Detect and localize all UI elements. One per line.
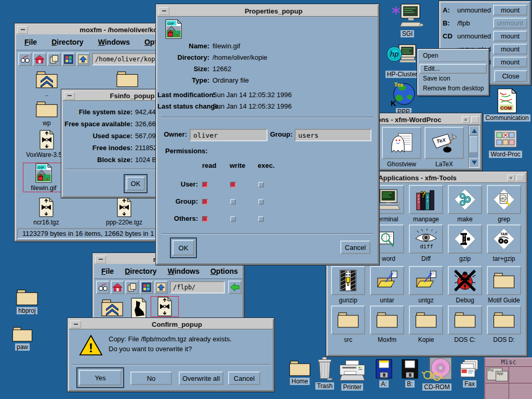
mount-toggle-button[interactable]: mount <box>493 44 527 55</box>
cancel-button[interactable]: Cancel <box>340 241 370 254</box>
desktop-icon-sgi[interactable]: SGI <box>385 3 429 37</box>
file-item[interactable]: GIFfilewin.gif <box>23 163 64 192</box>
app-button-kopie[interactable] <box>409 305 443 335</box>
copy-button[interactable] <box>47 52 61 66</box>
window-menu-button[interactable] <box>507 175 515 181</box>
close-button[interactable]: Close <box>494 70 527 82</box>
copy-button[interactable] <box>125 281 139 294</box>
file-item[interactable]: ncr16.tgz <box>25 197 67 226</box>
app-button-untar[interactable] <box>370 266 404 295</box>
scroll-down-arrow[interactable] <box>469 158 478 167</box>
app-button-untgz[interactable] <box>409 266 443 295</box>
desktop-icon-printer[interactable]: Printer <box>335 360 369 391</box>
desktop-icon-communication[interactable]: COM Communication <box>483 88 531 122</box>
overwrite-all-button[interactable]: Overwrite all <box>179 371 223 385</box>
no-button[interactable]: No <box>130 371 172 385</box>
app-button-dos-c-[interactable] <box>448 305 482 335</box>
desktop-icon-trash[interactable]: Trash <box>311 356 339 390</box>
minimize-button[interactable] <box>70 321 81 328</box>
desktop-icon-paw[interactable]: paw <box>4 326 41 351</box>
app-button-ghostview[interactable] <box>382 127 421 159</box>
ok-button[interactable]: OK <box>126 177 145 191</box>
perm-checkbox[interactable] <box>258 216 264 222</box>
desktop-icon-ppp[interactable]: KTee PPP <box>385 80 422 115</box>
mount-toggle-button[interactable]: mount <box>493 31 527 42</box>
misc-pager-panel[interactable]: Misc Pro App <box>484 357 532 399</box>
perm-checkbox[interactable] <box>202 199 208 205</box>
app-button-latex[interactable]: TeX <box>424 127 464 159</box>
menu-item-edit-[interactable]: Edit... <box>419 64 487 74</box>
up-directory-button[interactable] <box>154 281 168 294</box>
file-item[interactable] <box>112 71 143 88</box>
app-button-moxfm[interactable] <box>370 305 404 335</box>
up-directory-button[interactable] <box>76 52 90 66</box>
desktop-icon-fax[interactable]: Fax <box>458 358 481 388</box>
go-up-button[interactable] <box>228 281 242 294</box>
scroll-up-arrow[interactable] <box>469 126 478 135</box>
file-item[interactable]: .. <box>31 71 62 98</box>
perm-checkbox[interactable] <box>258 182 264 188</box>
app-button-diff[interactable]: diff <box>409 224 443 254</box>
maximize-button[interactable] <box>516 175 524 181</box>
app-button-make[interactable] <box>448 185 482 214</box>
file-item[interactable]: ppp-220e.tgz <box>99 197 149 226</box>
file-item[interactable] <box>128 298 149 318</box>
scrollbar[interactable] <box>468 125 480 168</box>
menu-directory[interactable]: Directory <box>125 267 156 275</box>
app-button-gzip[interactable]: ZIP <box>448 224 482 254</box>
perm-checkbox[interactable] <box>202 182 208 188</box>
app-button-manpage[interactable]: ? <box>409 185 443 214</box>
window-menu-button[interactable] <box>462 116 470 123</box>
app-button-dos-d-[interactable] <box>487 305 521 335</box>
title-bar[interactable]: Confirm_popup <box>69 320 273 329</box>
app-button-gunzip[interactable] <box>331 266 365 295</box>
file-item[interactable] <box>151 297 178 316</box>
app-button-motif-guide[interactable] <box>487 266 521 295</box>
scrollbar-thumb[interactable] <box>470 136 478 153</box>
pager-grid[interactable]: Pro App <box>485 367 532 399</box>
menu-file[interactable]: File <box>24 38 37 46</box>
menu-file[interactable]: File <box>101 267 114 275</box>
desktop-icon-hbproj[interactable]: hbproj <box>6 289 48 314</box>
windows-button[interactable] <box>62 52 75 66</box>
desktop-icon-floppy-a[interactable]: A: <box>373 358 395 388</box>
find-button[interactable] <box>96 281 110 294</box>
menu-windows[interactable]: Windows <box>168 267 200 275</box>
path-input[interactable]: /flpb/ <box>170 281 225 294</box>
minimize-button[interactable] <box>17 26 28 34</box>
app-button-tar-gzip[interactable]: TAR <box>487 224 521 254</box>
file-item[interactable]: wp <box>31 101 62 127</box>
windows-button[interactable] <box>140 281 153 294</box>
home-button[interactable] <box>33 52 46 66</box>
cancel-button[interactable]: Cancel <box>228 371 260 385</box>
menu-item-remove-from-desktop[interactable]: Remove from desktop <box>419 84 487 94</box>
minimize-button[interactable] <box>64 92 75 100</box>
mount-toggle-button[interactable]: mount <box>493 57 527 68</box>
file-item[interactable] <box>98 299 126 317</box>
maximize-button[interactable] <box>471 116 479 123</box>
perm-checkbox[interactable] <box>258 199 264 205</box>
perm-checkbox[interactable] <box>230 199 236 205</box>
perm-checkbox[interactable] <box>202 216 208 222</box>
ok-button[interactable]: OK <box>172 240 194 256</box>
menu-item-save-icon[interactable]: Save icon <box>419 74 487 84</box>
perm-checkbox[interactable] <box>230 182 236 188</box>
app-button-src[interactable] <box>331 305 365 335</box>
perm-checkbox[interactable] <box>230 216 236 222</box>
mount-toggle-button[interactable]: mount <box>493 5 527 16</box>
desktop-icon-cdrom[interactable]: CD-ROM <box>419 356 455 391</box>
mount-toggle-button[interactable]: unmount <box>493 18 527 29</box>
desktop-icon-floppy-b[interactable]: B: <box>399 358 421 388</box>
app-button-grep[interactable]: ABC <box>487 185 521 214</box>
menu-windows[interactable]: Windows <box>98 38 130 46</box>
menu-item-open[interactable]: Open <box>419 51 487 61</box>
find-button[interactable] <box>18 52 32 66</box>
minimize-button[interactable] <box>95 256 106 263</box>
desktop-icon-word-proc[interactable]: Word-Proc <box>486 128 525 158</box>
yes-button[interactable]: Yes <box>79 370 122 385</box>
home-button[interactable] <box>111 281 124 294</box>
menu-options[interactable]: Options <box>210 267 238 275</box>
app-button-debug[interactable] <box>448 266 482 295</box>
pager-mini-window[interactable]: App <box>496 371 508 381</box>
menu-directory[interactable]: Directory <box>51 38 83 46</box>
